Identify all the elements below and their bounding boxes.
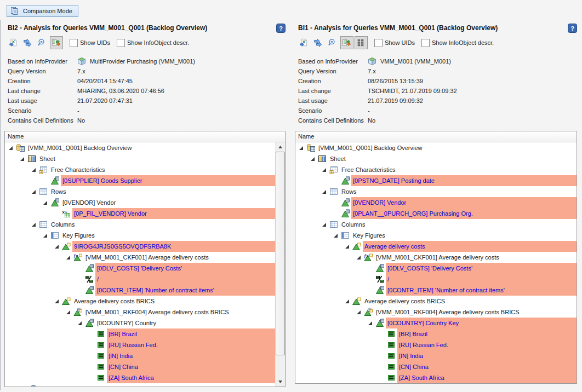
show-uids-checkbox[interactable]: Show UIDs (374, 39, 415, 47)
show-infoobject-descr-checkbox[interactable]: Show InfoObject descr. (421, 39, 494, 47)
tree-item[interactable]: [VMM_M001_RKF004] Average delivery costs… (5, 307, 276, 318)
tree-item[interactable]: fx[VMM_M001_CKF001] Average delivery cos… (295, 252, 577, 263)
tree-item[interactable]: fx[VMM_M001_CKF001] Average delivery cos… (5, 252, 276, 263)
expand-arrow-icon[interactable] (333, 233, 341, 238)
tree-item[interactable]: [0VENDOR] Vendor (5, 197, 276, 208)
tree-item[interactable]: [BR] Brazil (295, 328, 577, 339)
excel-export-button[interactable]: X (298, 36, 311, 49)
expand-arrow-icon[interactable] (356, 255, 364, 260)
tree-item[interactable]: Key Figures (5, 230, 276, 241)
tree-item[interactable]: x[0P_FIL_VENDOR] Vendor (5, 208, 276, 219)
tree-item[interactable]: [0DLV_COSTS] 'Delivery Costs' (5, 263, 276, 274)
expand-arrow-icon[interactable] (66, 255, 73, 260)
tree-item[interactable]: [IN] India (5, 350, 276, 361)
compare-button[interactable] (340, 36, 353, 49)
tree-item[interactable]: [BR] Brazil (5, 328, 276, 339)
tree-item-label: Variable Sequence (38, 383, 92, 387)
value-icon (96, 373, 105, 382)
expand-arrow-icon[interactable] (43, 233, 50, 238)
tree-item[interactable]: [0CONTR_ITEM] 'Number of contract items' (5, 285, 276, 296)
tree-item[interactable]: / (295, 274, 577, 285)
tree-item[interactable]: Columns (5, 219, 276, 230)
tree-item[interactable]: [0COUNTRY] Country (5, 318, 276, 328)
expand-arrow-icon[interactable] (54, 244, 62, 249)
show-infoobject-descr-checkbox[interactable]: Show InfoObject descr. (117, 39, 189, 47)
tree-item[interactable]: Free Characteristics (295, 164, 577, 175)
vertical-scrollbar[interactable] (275, 142, 285, 387)
scroll-down-button[interactable] (276, 377, 285, 387)
tree-item[interactable]: [VMM_M001_Q001] Backlog Overview (295, 142, 577, 153)
excel-export-button[interactable]: X (7, 36, 20, 49)
expand-arrow-icon[interactable] (77, 321, 85, 326)
tree-item[interactable]: xVariable Sequence (5, 383, 276, 387)
comparison-mode-button[interactable]: Comparison Mode (7, 5, 78, 17)
tree-item[interactable]: Rows (5, 186, 276, 197)
expand-arrow-icon[interactable] (66, 310, 73, 315)
tree-item[interactable]: [0DLV_COSTS] 'Delivery Costs' (295, 263, 577, 274)
tree-item[interactable]: [ZA] South Africa (295, 372, 577, 383)
tree-item[interactable]: Sheet (295, 153, 577, 164)
tree-item[interactable]: [0CONTR_ITEM] 'Number of contract items' (295, 285, 577, 296)
swap-button[interactable] (21, 36, 35, 49)
compare-button[interactable] (50, 36, 63, 49)
expand-arrow-icon[interactable] (345, 244, 352, 249)
expand-arrow-icon[interactable] (345, 299, 352, 304)
tree-item[interactable]: [CN] China (295, 361, 577, 372)
char-icon (50, 198, 59, 207)
expand-arrow-icon[interactable] (356, 310, 364, 315)
expand-arrow-icon[interactable] (322, 168, 329, 172)
expand-arrow-icon[interactable] (322, 222, 329, 227)
tree-item[interactable]: [VMM_M001_RKF004] Average delivery costs… (295, 307, 577, 318)
tree-item[interactable]: [0PLANT__0PURCH_ORG] Purchasing Org. (295, 208, 577, 219)
tree-item[interactable]: [ZA] South Africa (5, 372, 276, 383)
tree-item[interactable]: Sheet (5, 153, 276, 164)
expand-arrow-icon[interactable] (368, 321, 375, 326)
tree-item[interactable]: Average delivery costs BRICS (5, 296, 276, 307)
tree-item[interactable]: [IN] India (295, 350, 577, 361)
tree-item-label: [IN] India (107, 350, 276, 361)
expand-arrow-icon[interactable] (20, 387, 27, 387)
checkbox-box[interactable] (421, 39, 430, 47)
expand-arrow-icon[interactable] (54, 299, 62, 304)
tree-item[interactable]: [RU] Russian Fed. (295, 339, 577, 350)
tree-item[interactable]: Average delivery costs (295, 241, 577, 252)
expand-arrow-icon[interactable] (8, 146, 16, 151)
tree-item[interactable]: Columns (295, 219, 577, 230)
checkbox-box[interactable] (117, 39, 125, 47)
search-button[interactable] (326, 36, 339, 49)
tree-item[interactable]: / (5, 274, 276, 285)
tree-item[interactable]: [0PSTNG_DATE] Posting date (295, 175, 577, 186)
tree-item[interactable]: [0COUNTRY] Country Key (295, 318, 577, 328)
expand-arrow-icon[interactable] (322, 189, 329, 194)
tree-item[interactable]: Key Figures (295, 230, 577, 241)
tree-item[interactable]: [RU] Russian Fed. (5, 339, 276, 350)
meta-label: Query Version (8, 68, 77, 74)
scrollbar-thumb[interactable] (276, 152, 285, 355)
tree-item[interactable]: Free Characteristics (5, 164, 276, 175)
meta-value: 21.07.2020 07:47:31 (77, 97, 133, 104)
checkbox-box[interactable] (70, 39, 78, 47)
tree-item[interactable]: [0VENDOR] Vendor (295, 197, 577, 208)
expand-arrow-icon[interactable] (43, 200, 50, 205)
checkbox-box[interactable] (374, 39, 383, 47)
tree-item-label: Sheet (328, 153, 347, 164)
show-uids-checkbox[interactable]: Show UIDs (70, 39, 110, 47)
tree-item[interactable]: [CN] China (5, 361, 276, 372)
tree-item[interactable]: 9IROG4JRJS0GS5OVQDFSRBA8K (5, 241, 276, 252)
help-icon[interactable]: ? (568, 24, 577, 33)
tree-item[interactable]: [VMM_M001_Q001] Backlog Overview (5, 142, 276, 153)
expand-arrow-icon[interactable] (20, 157, 27, 162)
help-icon[interactable]: ? (276, 24, 286, 33)
scroll-up-button[interactable] (276, 142, 285, 152)
tree-item[interactable]: [0SUPPLIER] Goods Supplier (5, 175, 276, 186)
tree-item[interactable]: Rows (295, 186, 577, 197)
grid-view-button[interactable] (355, 36, 368, 49)
expand-arrow-icon[interactable] (310, 157, 318, 162)
expand-arrow-icon[interactable] (31, 189, 39, 194)
expand-arrow-icon[interactable] (31, 168, 39, 172)
expand-arrow-icon[interactable] (299, 146, 306, 151)
search-button[interactable] (36, 36, 49, 49)
swap-button[interactable] (312, 36, 325, 49)
expand-arrow-icon[interactable] (31, 222, 39, 227)
tree-item[interactable]: Average delivery costs BRICS (295, 296, 577, 307)
